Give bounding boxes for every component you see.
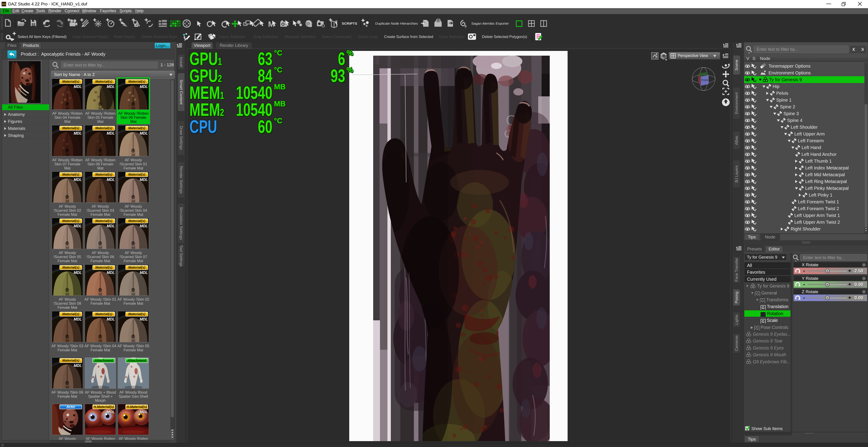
svg-text:p: p	[465, 24, 467, 28]
svg-text:Sagan Alembic Exporter: Sagan Alembic Exporter	[471, 22, 509, 25]
svg-text:DS: DS	[2, 3, 6, 6]
svg-text:Front: Front	[701, 79, 708, 82]
svg-text:SCRIPTS: SCRIPTS	[342, 22, 358, 25]
svg-text:Duplicate Node Hierarchies: Duplicate Node Hierarchies	[375, 22, 418, 25]
